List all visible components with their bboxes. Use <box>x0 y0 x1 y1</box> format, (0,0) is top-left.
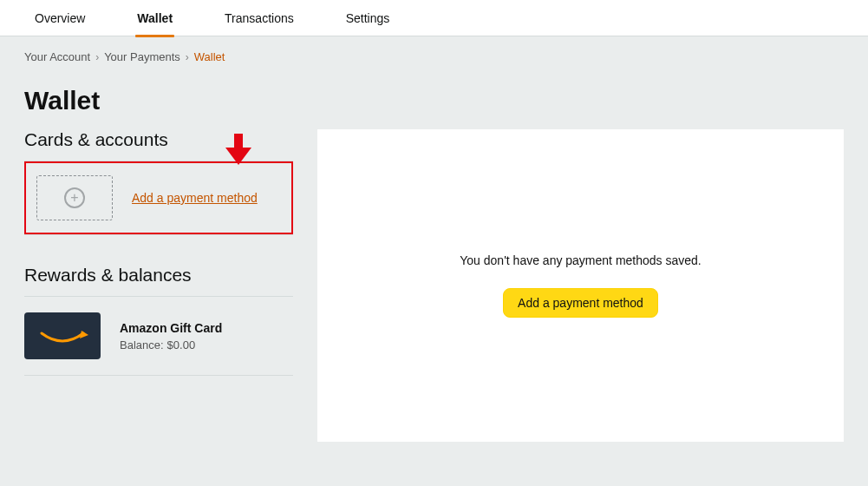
crumb-your-account[interactable]: Your Account <box>24 50 90 63</box>
gift-card-balance-label: Balance: <box>120 338 164 351</box>
tab-bar: Overview Wallet Transactions Settings <box>0 0 868 36</box>
gift-card-name: Amazon Gift Card <box>120 321 222 335</box>
svg-marker-2 <box>80 331 88 338</box>
annotation-arrow-icon <box>225 134 251 168</box>
add-payment-method-button[interactable]: Add a payment method <box>503 288 658 318</box>
tab-settings[interactable]: Settings <box>346 0 390 36</box>
svg-rect-0 <box>234 134 243 149</box>
page-title: Wallet <box>24 86 844 115</box>
section-heading-cards: Cards & accounts <box>24 129 293 150</box>
section-heading-rewards: Rewards & balances <box>24 265 293 286</box>
tab-overview[interactable]: Overview <box>35 0 85 36</box>
main-panel: You don't have any payment methods saved… <box>317 129 844 442</box>
annotation-highlight: + Add a payment method <box>24 161 293 234</box>
gift-card-row[interactable]: Amazon Gift Card Balance: $0.00 <box>24 312 293 359</box>
tab-transactions[interactable]: Transactions <box>225 0 294 36</box>
chevron-right-icon: › <box>95 51 99 63</box>
empty-state-message: You don't have any payment methods saved… <box>460 253 701 267</box>
chevron-right-icon: › <box>186 51 189 63</box>
crumb-your-payments[interactable]: Your Payments <box>104 50 180 63</box>
tab-wallet[interactable]: Wallet <box>137 0 173 36</box>
breadcrumb: Your Account › Your Payments › Wallet <box>0 36 868 63</box>
add-payment-method-row[interactable]: + Add a payment method <box>31 170 286 226</box>
dashed-card-placeholder: + <box>36 175 113 220</box>
plus-circle-icon: + <box>64 187 85 208</box>
add-payment-method-link[interactable]: Add a payment method <box>132 191 258 205</box>
gift-card-balance-value: $0.00 <box>167 338 196 351</box>
svg-marker-1 <box>225 148 251 165</box>
crumb-wallet: Wallet <box>194 50 225 63</box>
amazon-gift-card-icon <box>24 312 101 359</box>
